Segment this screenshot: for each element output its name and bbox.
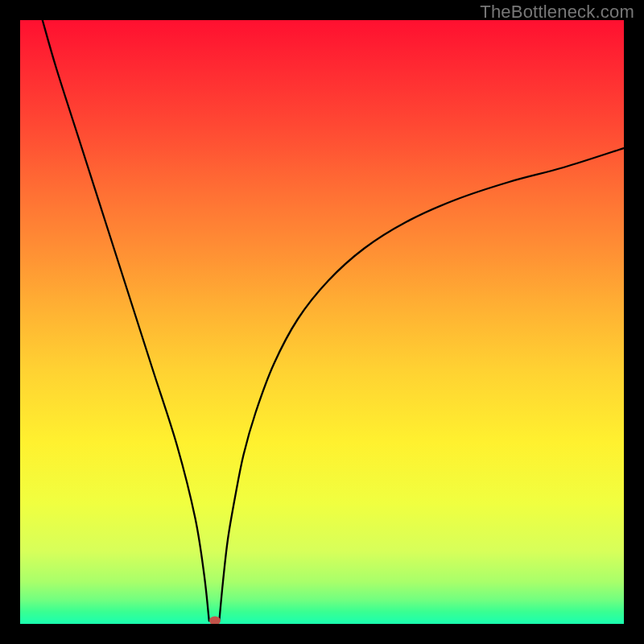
curve-right-branch — [220, 148, 625, 620]
chart-frame: TheBottleneck.com — [0, 0, 644, 644]
watermark-text: TheBottleneck.com — [480, 2, 634, 23]
plot-area — [20, 20, 624, 624]
curve-left-branch — [43, 20, 209, 621]
curve-layer — [20, 20, 624, 624]
minimum-marker-icon — [209, 616, 221, 624]
